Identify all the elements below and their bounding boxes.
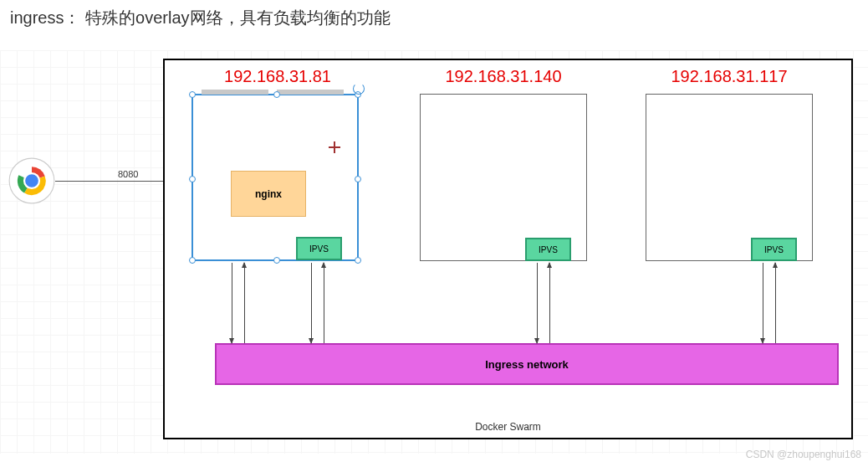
arrow-up-3 [775,263,776,343]
ipvs-box-1: IPVS [296,237,342,260]
node-box-2: IPVS [420,94,587,261]
ingress-network-box: Ingress network [215,343,839,385]
node-ip-3: 192.168.31.117 [646,67,813,86]
docker-swarm-box: 192.168.31.81 nginx IPVS 192.168.31.140 … [163,59,853,439]
arrow-down-1a [232,263,232,343]
page-title: ingress： 特殊的overlay网络，具有负载均衡的功能 [0,0,868,36]
nginx-box: nginx [231,171,306,217]
port-label: 8080 [117,169,139,179]
arrow-down-3 [763,263,763,343]
crosshair-icon [329,141,340,153]
ipvs-box-3: IPVS [751,238,797,261]
ipvs-box-2: IPVS [525,238,571,261]
node-ip-2: 192.168.31.140 [420,67,587,86]
arrow-up-1b [324,263,324,343]
arrow-up-1a [244,263,245,343]
node-box-3: IPVS [646,94,813,261]
node-box-1[interactable]: nginx IPVS [191,94,359,261]
arrow-up-2 [549,263,550,343]
rotate-handle-icon[interactable] [353,83,365,95]
node-ip-1: 192.168.31.81 [194,67,361,86]
svg-point-1 [24,173,39,188]
diagram-canvas: 8080 192.168.31.81 nginx IPVS 192.168.31… [0,50,868,454]
arrow-down-1b [311,263,312,343]
arrow-down-2 [537,263,538,343]
docker-swarm-label: Docker Swarm [165,421,851,433]
chrome-icon [8,157,55,204]
watermark-text: CSDN @zhoupenghui168 [746,449,861,460]
